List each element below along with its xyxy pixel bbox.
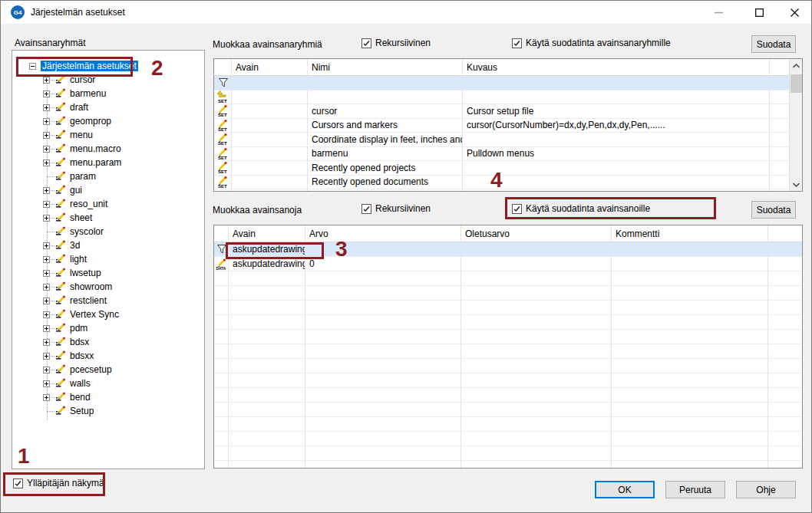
tree-item-param[interactable]: param — [12, 169, 204, 183]
svg-text:DATA: DATA — [216, 267, 226, 271]
tree-item-bdsxx[interactable]: bdsxx — [12, 349, 204, 363]
keyword-row[interactable]: DATAaskupdatedrawings0 — [214, 257, 802, 271]
set-add-icon: SET — [217, 90, 229, 104]
tree-item-barmenu[interactable]: barmenu — [12, 87, 204, 100]
tree-item-geomprop[interactable]: geomprop — [12, 114, 204, 128]
expand-plus-icon[interactable] — [43, 284, 50, 291]
expand-plus-icon[interactable] — [43, 146, 50, 153]
collapse-minus-icon[interactable] — [29, 63, 36, 70]
tree-item-root[interactable]: Järjestelmän asetukset — [12, 59, 204, 73]
tree-item-3d[interactable]: 3d — [12, 238, 204, 252]
keyword-group-row[interactable]: SETCoordinate display in feet, inches an… — [214, 133, 789, 147]
expand-plus-icon[interactable] — [43, 201, 50, 208]
filter-button-groups[interactable]: Suodata — [751, 35, 796, 53]
admin-view-checkbox[interactable]: Ylläpitäjän näkymä — [13, 478, 104, 488]
tree-item-label: draft — [68, 102, 90, 113]
keyword-group-row[interactable]: SETcursorCursor setup file — [214, 104, 789, 119]
expand-plus-icon[interactable] — [43, 325, 50, 332]
svg-text:SET: SET — [218, 99, 227, 104]
tree-item-menu-param[interactable]: menu.param — [12, 156, 204, 169]
expand-plus-icon[interactable] — [43, 242, 50, 249]
tree-item-label: menu — [68, 130, 94, 140]
ok-button[interactable]: OK — [595, 481, 655, 498]
keyword-group-pencil-icon — [54, 115, 67, 127]
column-header-avain[interactable]: Avain — [228, 225, 305, 242]
column-header-oletusarvo[interactable]: Oletusarvo — [460, 225, 611, 242]
expand-plus-icon[interactable] — [43, 90, 50, 97]
column-header-arvo[interactable]: Arvo — [305, 225, 460, 242]
expand-plus-icon[interactable] — [43, 159, 50, 166]
tree-item-cursor[interactable]: cursor — [12, 73, 204, 87]
tree-item-walls[interactable]: walls — [12, 377, 204, 390]
keyword-group-row[interactable]: SETCursors and markerscursor(CursorNumbe… — [214, 119, 789, 133]
expand-plus-icon[interactable] — [43, 215, 50, 222]
expand-plus-icon[interactable] — [43, 270, 50, 277]
keyword-group-row[interactable]: SET — [214, 90, 789, 105]
tree-item-menu-macro[interactable]: menu.macro — [12, 142, 204, 156]
expand-plus-icon[interactable] — [43, 394, 50, 401]
tree-item-syscolor[interactable]: syscolor — [12, 225, 204, 238]
keyword-group-row[interactable] — [214, 76, 789, 90]
column-header-avain[interactable]: Avain — [231, 59, 307, 75]
empty-row — [214, 359, 802, 373]
cancel-button[interactable]: Peruuta — [665, 481, 725, 498]
scroll-up-icon[interactable] — [790, 59, 803, 72]
column-header-kuvaus[interactable]: Kuvaus — [462, 59, 769, 75]
vertical-scrollbar[interactable] — [789, 59, 802, 191]
keyword-row[interactable]: askupdatedrawings — [214, 242, 802, 257]
tree-item-reso-unit[interactable]: reso_unit — [12, 197, 204, 211]
recursive-checkbox-keywords[interactable]: Rekursiivinen — [361, 203, 431, 214]
help-button[interactable]: Ohje — [736, 481, 796, 498]
keyword-groups-tree-panel[interactable]: Järjestelmän asetukset cursorbarmenudraf… — [12, 50, 205, 469]
column-header-kommentti[interactable]: Kommentti — [611, 225, 767, 242]
expand-plus-icon[interactable] — [43, 104, 50, 111]
recursive-checkbox-groups[interactable]: Rekursiivinen — [361, 38, 431, 48]
cell-oletusarvo — [460, 257, 611, 271]
filter-button-keywords[interactable]: Suodata — [751, 201, 796, 219]
keyword-group-row[interactable]: SETbarmenuPulldown menus — [214, 147, 789, 162]
tree-item-bdsx[interactable]: bdsx — [12, 335, 204, 349]
tree-item-vertex-sync[interactable]: Vertex Sync — [12, 307, 204, 321]
expand-plus-icon[interactable] — [43, 339, 50, 346]
maximize-button[interactable] — [742, 1, 777, 24]
use-filter-groups-checkbox[interactable]: Käytä suodatinta avainsanaryhmille — [512, 38, 671, 48]
expand-plus-icon[interactable] — [43, 380, 50, 387]
keyword-groups-table-header[interactable]: AvainNimiKuvaus — [214, 59, 789, 76]
tree-item-pdm[interactable]: pdm — [12, 321, 204, 335]
expand-plus-icon[interactable] — [43, 132, 50, 139]
expand-plus-icon[interactable] — [43, 118, 50, 125]
keywords-table[interactable]: AvainArvoOletusarvoKommentti askupdatedr… — [213, 225, 803, 469]
tree-item-sheet[interactable]: sheet — [12, 211, 204, 225]
expand-plus-icon[interactable] — [43, 256, 50, 263]
tree-item-label: walls — [68, 378, 92, 389]
expand-plus-icon[interactable] — [43, 367, 50, 373]
expand-plus-icon[interactable] — [43, 311, 50, 318]
keyword-groups-table[interactable]: AvainNimiKuvaus SETSETcursorCursor setup… — [213, 58, 803, 192]
tree-item-gui[interactable]: gui — [12, 183, 204, 197]
tree-item-lwsetup[interactable]: lwsetup — [12, 266, 204, 280]
tree-item-restclient[interactable]: restclient — [12, 294, 204, 307]
scroll-down-icon[interactable] — [790, 178, 803, 191]
expand-plus-icon[interactable] — [43, 187, 50, 194]
expand-plus-icon[interactable] — [43, 298, 50, 304]
tree-item-draft[interactable]: draft — [12, 100, 204, 114]
tree-item-menu[interactable]: menu — [12, 128, 204, 142]
close-button[interactable] — [777, 1, 812, 24]
tree-item-setup[interactable]: Setup — [12, 404, 204, 418]
tree-item-bend[interactable]: bend — [12, 390, 204, 404]
header-icon-column[interactable] — [214, 59, 231, 75]
scrollbar-thumb[interactable] — [791, 74, 802, 93]
keyword-group-pencil-icon — [54, 143, 67, 155]
minimize-button[interactable] — [701, 1, 736, 24]
use-filter-keywords-checkbox[interactable]: Käytä suodatinta avainsanoille — [512, 203, 650, 214]
keyword-group-pencil-icon — [54, 170, 67, 183]
tree-item-showroom[interactable]: showroom — [12, 280, 204, 294]
empty-row — [214, 330, 802, 344]
tree-item-pcecsetup[interactable]: pcecsetup — [12, 363, 204, 377]
expand-plus-icon[interactable] — [43, 77, 50, 84]
expand-plus-icon[interactable] — [43, 353, 50, 360]
header-icon-column[interactable] — [214, 225, 228, 242]
column-header-nimi[interactable]: Nimi — [307, 59, 462, 75]
tree-item-light[interactable]: light — [12, 252, 204, 266]
keywords-table-header[interactable]: AvainArvoOletusarvoKommentti — [214, 225, 802, 242]
